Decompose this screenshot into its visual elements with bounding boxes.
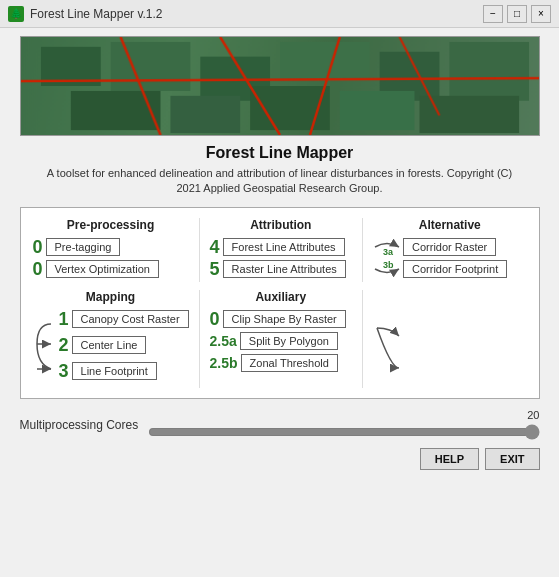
mapping-title: Mapping [33, 290, 189, 304]
split-by-polygon-button[interactable]: Split By Polygon [240, 332, 338, 350]
mapping-bracket-icon [33, 314, 57, 384]
multiprocessing-row: Multiprocessing Cores 20 [20, 409, 540, 442]
corridor-footprint-button[interactable]: Corridor Footprint [403, 260, 507, 278]
close-button[interactable]: × [531, 5, 551, 23]
mapping-section: Mapping 1 Canopy Cost Raster [33, 290, 200, 388]
bottom-buttons: HELP EXIT [20, 448, 540, 470]
multiprocessing-label: Multiprocessing Cores [20, 418, 139, 432]
multiprocessing-slider-container: 20 [148, 409, 539, 442]
alternative-section: Alternative 3a Corridor Raster 3b Corrid… [363, 218, 526, 282]
attribution-title: Attribution [210, 218, 352, 232]
arrow-3b-icon: 3b [373, 260, 401, 278]
canopy-cost-raster-button[interactable]: Canopy Cost Raster [72, 310, 189, 328]
attribution-item-0: 4 Forest Line Attributes [210, 238, 352, 256]
line-footprint-button[interactable]: Line Footprint [72, 362, 157, 380]
raster-line-attributes-button[interactable]: Raster Line Attributes [223, 260, 346, 278]
mapping-num-0: 1 [59, 310, 69, 328]
satellite-image [20, 36, 540, 136]
mapping-item-2: 3 Line Footprint [59, 362, 189, 380]
forest-line-attributes-button[interactable]: Forest Line Attributes [223, 238, 345, 256]
auxiliary-arrows-icon [373, 318, 405, 388]
corridor-raster-button[interactable]: Corridor Raster [403, 238, 496, 256]
exit-button[interactable]: EXIT [485, 448, 539, 470]
app-description: A toolset for enhanced delineation and a… [40, 166, 520, 197]
tools-panel: Pre-processing 0 Pre-tagging 0 Vertex Op… [20, 207, 540, 399]
auxiliary-item-1: 2.5a Split By Polygon [210, 332, 352, 350]
center-line-button[interactable]: Center Line [72, 336, 147, 354]
auxiliary-num-0: 0 [210, 310, 220, 328]
preprocessing-num-0: 0 [33, 238, 43, 256]
alternative-item-1: 3b Corridor Footprint [373, 260, 526, 278]
multiprocessing-value: 20 [148, 409, 539, 421]
mapping-item-0: 1 Canopy Cost Raster [59, 310, 189, 328]
title-bar: 🌲 Forest Line Mapper v.1.2 − □ × [0, 0, 559, 28]
preprocessing-item-1: 0 Vertex Optimization [33, 260, 189, 278]
auxiliary-item-2: 2.5b Zonal Threshold [210, 354, 352, 372]
auxiliary-num-2: 2.5b [210, 355, 238, 371]
preprocessing-title: Pre-processing [33, 218, 189, 232]
auxiliary-item-0: 0 Clip Shape By Raster [210, 310, 352, 328]
auxiliary-title: Auxiliary [210, 290, 352, 304]
bottom-section: Multiprocessing Cores 20 HELP EXIT [20, 409, 540, 470]
attribution-item-1: 5 Raster Line Attributes [210, 260, 352, 278]
app-icon: 🌲 [8, 6, 24, 22]
attribution-section: Attribution 4 Forest Line Attributes 5 R… [200, 218, 363, 282]
mapping-num-1: 2 [59, 336, 69, 354]
vertex-optimization-button[interactable]: Vertex Optimization [46, 260, 159, 278]
mapping-item-1: 2 Center Line [59, 336, 189, 354]
svg-text:3b: 3b [383, 260, 394, 270]
multiprocessing-slider[interactable] [148, 422, 539, 442]
arrow-3a-icon: 3a [373, 238, 401, 256]
alternative-item-0: 3a Corridor Raster [373, 238, 526, 256]
preprocessing-section: Pre-processing 0 Pre-tagging 0 Vertex Op… [33, 218, 200, 282]
preprocessing-item-0: 0 Pre-tagging [33, 238, 189, 256]
svg-text:3a: 3a [383, 247, 394, 256]
maximize-button[interactable]: □ [507, 5, 527, 23]
main-content: Forest Line Mapper A toolset for enhance… [0, 28, 559, 478]
alternative-title: Alternative [373, 218, 526, 232]
app-title: Forest Line Mapper [206, 144, 354, 162]
preprocessing-num-1: 0 [33, 260, 43, 278]
title-bar-text: Forest Line Mapper v.1.2 [30, 7, 163, 21]
attribution-num-0: 4 [210, 238, 220, 256]
minimize-button[interactable]: − [483, 5, 503, 23]
mapping-num-2: 3 [59, 362, 69, 380]
window-controls: − □ × [483, 5, 551, 23]
auxiliary-arrows-section [363, 290, 526, 388]
pre-tagging-button[interactable]: Pre-tagging [46, 238, 121, 256]
clip-shape-button[interactable]: Clip Shape By Raster [223, 310, 346, 328]
auxiliary-section: Auxiliary 0 Clip Shape By Raster 2.5a Sp… [200, 290, 363, 388]
attribution-num-1: 5 [210, 260, 220, 278]
zonal-threshold-button[interactable]: Zonal Threshold [241, 354, 338, 372]
help-button[interactable]: HELP [420, 448, 479, 470]
auxiliary-num-1: 2.5a [210, 333, 237, 349]
